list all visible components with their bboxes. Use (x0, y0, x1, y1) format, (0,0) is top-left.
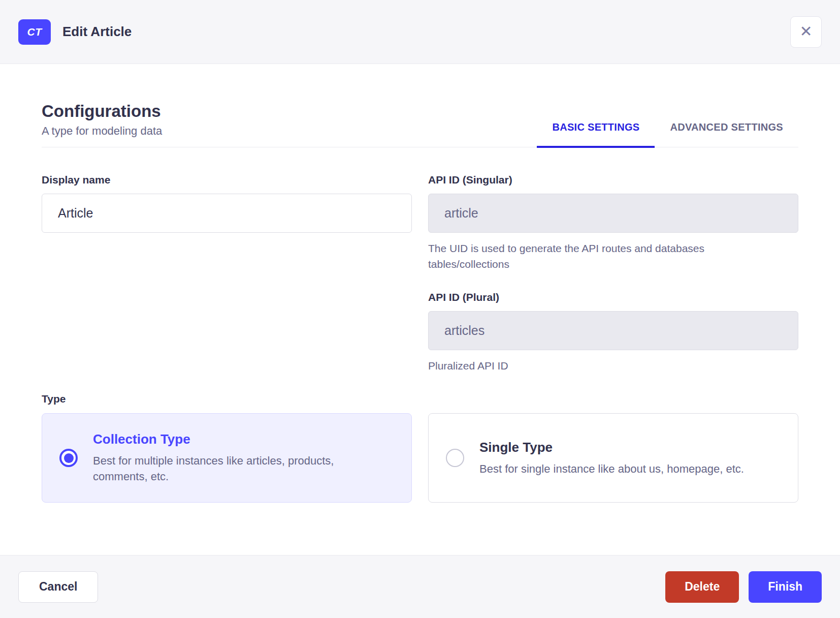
collection-type-description: Best for multiple instances like article… (93, 453, 377, 484)
api-id-plural-helper: Pluralized API ID (428, 358, 753, 374)
cancel-button[interactable]: Cancel (18, 571, 98, 603)
modal-title: Edit Article (62, 24, 132, 40)
finish-button[interactable]: Finish (749, 571, 822, 603)
delete-button[interactable]: Delete (665, 571, 739, 603)
modal-body: Configurations A type for modeling data … (0, 64, 840, 555)
close-button[interactable]: ✕ (790, 16, 822, 48)
form-column-right: API ID (Singular) The UID is used to gen… (428, 174, 798, 374)
tab-basic-settings[interactable]: BASIC SETTINGS (537, 121, 655, 147)
display-name-input[interactable] (42, 194, 412, 233)
close-icon: ✕ (799, 24, 812, 39)
display-name-field-group: Display name (42, 174, 412, 233)
radio-selected-icon[interactable] (59, 449, 78, 467)
form-column-left: Display name (42, 174, 412, 374)
type-options: Collection Type Best for multiple instan… (42, 413, 798, 503)
api-id-plural-input (428, 311, 798, 350)
collection-type-text: Collection Type Best for multiple instan… (93, 431, 377, 484)
page-title: Configurations (42, 102, 162, 121)
modal-footer: Cancel Delete Finish (0, 555, 840, 618)
content-type-badge: CT (18, 19, 51, 45)
section-titles: Configurations A type for modeling data (42, 102, 162, 147)
api-id-singular-field-group: API ID (Singular) The UID is used to gen… (428, 174, 798, 272)
api-id-plural-field-group: API ID (Plural) Pluralized API ID (428, 291, 798, 374)
tab-advanced-settings[interactable]: ADVANCED SETTINGS (655, 121, 798, 147)
configuration-form: Display name API ID (Singular) The UID i… (42, 174, 798, 374)
api-id-singular-helper: The UID is used to generate the API rout… (428, 240, 753, 272)
footer-actions: Delete Finish (665, 571, 822, 603)
type-section-label: Type (42, 393, 798, 405)
content-type-badge-label: CT (27, 26, 42, 38)
api-id-singular-input (428, 194, 798, 233)
api-id-singular-label: API ID (Singular) (428, 174, 798, 186)
page-subtitle: A type for modeling data (42, 125, 162, 138)
display-name-label: Display name (42, 174, 412, 186)
single-type-description: Best for single instance like about us, … (479, 461, 744, 477)
modal-header: CT Edit Article ✕ (0, 0, 840, 64)
single-type-text: Single Type Best for single instance lik… (479, 440, 744, 477)
radio-unselected-icon[interactable] (446, 449, 464, 467)
api-id-plural-label: API ID (Plural) (428, 291, 798, 303)
section-head: Configurations A type for modeling data … (42, 102, 798, 147)
single-type-title: Single Type (479, 440, 744, 455)
collection-type-title: Collection Type (93, 431, 377, 447)
settings-tabs: BASIC SETTINGS ADVANCED SETTINGS (537, 121, 798, 147)
collection-type-option[interactable]: Collection Type Best for multiple instan… (42, 413, 412, 503)
single-type-option[interactable]: Single Type Best for single instance lik… (428, 413, 798, 503)
